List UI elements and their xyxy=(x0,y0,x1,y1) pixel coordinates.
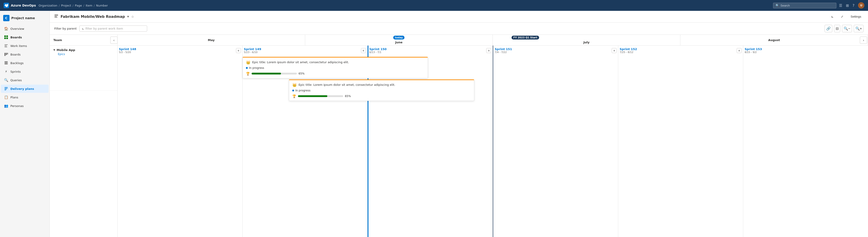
sprint-152-name[interactable]: Sprint 152 xyxy=(620,47,637,51)
settings-label: Settings xyxy=(850,15,861,18)
breadcrumb: Organization / Project / Page / Item / N… xyxy=(39,4,108,7)
month-june: today June xyxy=(305,35,493,45)
filter-btn[interactable]: ⊾ xyxy=(829,13,836,20)
epic-card-1[interactable]: 👑 Epic title: Lorem ipsum dolor sit amet… xyxy=(243,57,428,78)
sidebar-item-overview[interactable]: 🏠 Overview xyxy=(1,25,49,33)
sprint-151-add-btn[interactable]: + xyxy=(612,48,617,53)
sprint-150-add-btn[interactable]: + xyxy=(486,48,491,53)
epic-1-progress-pct: 65% xyxy=(299,72,305,75)
sidebar-item-work-items[interactable]: Work items xyxy=(1,42,49,50)
favorite-icon[interactable]: ☆ xyxy=(131,15,134,19)
nav-next-btn[interactable]: › xyxy=(860,37,867,44)
breadcrumb-org[interactable]: Organization xyxy=(39,4,57,7)
sidebar-item-backlogs[interactable]: Backlogs xyxy=(1,59,49,67)
sprint-148-add-btn[interactable]: + xyxy=(236,48,241,53)
filter-input-container[interactable]: ⊾ filter by parent work item xyxy=(79,26,147,32)
collapse-icon: ⊟ xyxy=(836,26,839,31)
search-input[interactable] xyxy=(780,4,834,7)
search-icon: 🔍 xyxy=(776,4,779,7)
zoom-in-icon: 🔍+ xyxy=(855,26,862,31)
expand-btn[interactable]: ⤢ xyxy=(839,13,846,20)
svg-rect-8 xyxy=(6,53,7,55)
sidebar: C Project name 🏠 Overview Boards xyxy=(0,11,50,237)
sprint-150-name[interactable]: Sprint 150 xyxy=(369,47,387,51)
team-row-epics[interactable]: Epics xyxy=(53,53,114,56)
sprint-148-dates: 5/2 - 5/20 xyxy=(119,51,136,54)
svg-rect-17 xyxy=(55,14,58,15)
personas-icon: 👥 xyxy=(4,104,8,108)
breadcrumb-number[interactable]: Number xyxy=(96,4,108,7)
zoom-in-btn[interactable]: 🔍+ xyxy=(854,25,864,32)
search-box[interactable]: 🔍 xyxy=(773,3,836,8)
sidebar-label-backlogs: Backlogs xyxy=(10,61,24,65)
epic-2-status-text: In progress xyxy=(296,89,311,92)
epic-card-2[interactable]: 👑 Epic title: Lorem ipsum dolor sit amet… xyxy=(289,79,474,101)
list-icon[interactable]: ☰ xyxy=(839,3,842,8)
team-name: Mobile App xyxy=(57,48,75,52)
expand-icon: ⤢ xyxy=(841,15,843,18)
sprint-151-dates: 7/4 - 7/22 xyxy=(495,51,512,54)
breadcrumb-page[interactable]: Page xyxy=(75,4,82,7)
apps-icon[interactable]: ⊞ xyxy=(846,3,849,8)
sidebar-item-personas[interactable]: 👥 Personas xyxy=(1,102,49,110)
today-badge: today xyxy=(393,36,405,39)
link-icon: 🔗 xyxy=(826,26,831,31)
sidebar-item-plans[interactable]: 📋 Plans xyxy=(1,93,49,101)
team-row-header: ▼ Mobile App xyxy=(53,48,114,52)
page-header-left: Fabrikam Mobile/Web Roadmap ▼ ☆ xyxy=(54,14,134,19)
sprint-152-header: Sprint 152 7/25 - 8/12 + xyxy=(620,47,742,54)
sidebar-label-boards: Boards xyxy=(10,53,21,56)
sidebar-item-delivery-plans[interactable]: Delivery plans xyxy=(1,84,49,93)
boards-section-icon xyxy=(4,35,8,39)
brand-logo[interactable]: Azure DevOps xyxy=(4,3,36,8)
breadcrumb-sep4: / xyxy=(94,4,95,7)
project-avatar: C xyxy=(3,15,9,21)
breadcrumb-item[interactable]: Item xyxy=(86,4,92,7)
overview-icon: 🏠 xyxy=(4,27,8,31)
sidebar-item-queries[interactable]: 🔍 Queries xyxy=(1,76,49,84)
sprint-152-add-btn[interactable]: + xyxy=(737,48,742,53)
sidebar-item-sprints[interactable]: ⚡ Sprints xyxy=(1,67,49,76)
breadcrumb-project[interactable]: Project xyxy=(61,4,71,7)
avatar[interactable]: U xyxy=(858,2,864,8)
filter-funnel-icon: ⊾ xyxy=(82,27,84,30)
zoom-out-btn[interactable]: 🔍− xyxy=(842,25,852,32)
sprints-grid: Sprint 148 5/2 - 5/20 + Sprint 149 5/23 … xyxy=(118,45,868,237)
sprint-152-dates: 7/25 - 8/12 xyxy=(620,51,637,54)
filter-placeholder-text: filter by parent work item xyxy=(86,27,123,30)
breadcrumb-sep3: / xyxy=(84,4,84,7)
nav-icons: ☰ ⊞ ? U xyxy=(839,2,864,8)
timeline-body: ▼ Mobile App Epics Sprint 148 xyxy=(50,45,868,237)
sprint-149-add-btn[interactable]: + xyxy=(361,48,366,53)
sidebar-item-boards[interactable]: Boards xyxy=(1,50,49,59)
user-icon[interactable]: U xyxy=(858,2,864,8)
settings-button[interactable]: Settings xyxy=(848,13,864,20)
fy-badge: FY 2023 Q1 Start xyxy=(512,36,539,39)
sidebar-nav: 🏠 Overview Boards xyxy=(0,24,50,111)
epic-2-crown: 👑 xyxy=(292,83,297,87)
title-dropdown-icon[interactable]: ▼ xyxy=(127,15,129,18)
sprint-148-name[interactable]: Sprint 148 xyxy=(119,47,136,51)
sidebar-item-boards-section[interactable]: Boards xyxy=(1,33,49,41)
sprint-149-name[interactable]: Sprint 149 xyxy=(244,47,261,51)
sidebar-label-plans: Plans xyxy=(10,96,18,99)
sprint-151-name[interactable]: Sprint 151 xyxy=(495,47,512,51)
sprint-150-header: Sprint 150 6/13 - 7/1 + xyxy=(369,47,491,54)
sprint-col-151: Sprint 151 7/4 - 7/22 + xyxy=(493,45,618,237)
sprint-153-name[interactable]: Sprint 153 xyxy=(745,47,762,51)
link-btn[interactable]: 🔗 xyxy=(825,25,832,32)
svg-rect-3 xyxy=(6,37,8,39)
help-icon[interactable]: ? xyxy=(852,3,855,8)
project-name[interactable]: Project name xyxy=(11,16,35,20)
month-august: August xyxy=(680,35,868,45)
svg-rect-4 xyxy=(4,44,8,45)
filter-bar: Filter by parent ⊾ filter by parent work… xyxy=(50,23,868,35)
page-title-icon xyxy=(54,14,58,19)
epic-1-title: Epic title: Lorem ipsum dolor sit amet, … xyxy=(252,60,349,64)
nav-prev-btn[interactable]: ‹ xyxy=(110,37,118,44)
team-rows: ▼ Mobile App Epics xyxy=(50,45,118,237)
sidebar-label-boards-section: Boards xyxy=(10,36,22,39)
collapse-btn[interactable]: ⊟ xyxy=(834,25,840,32)
sidebar-label-queries: Queries xyxy=(10,78,22,82)
chevron-down-icon[interactable]: ▼ xyxy=(53,48,55,52)
